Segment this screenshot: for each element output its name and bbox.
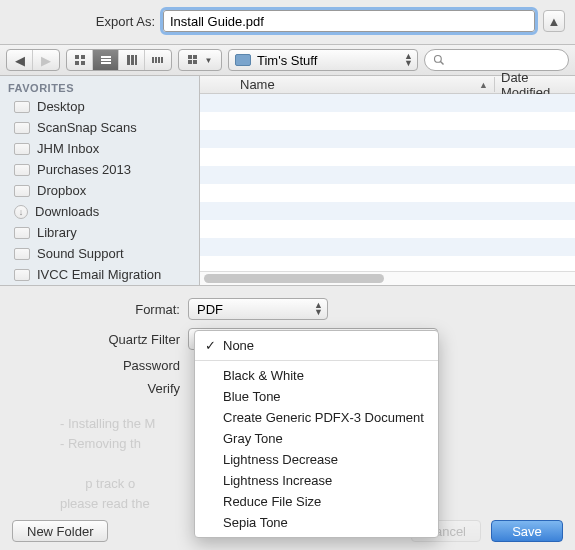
updown-arrows-icon: ▲▼ <box>314 302 323 316</box>
menu-item-none[interactable]: None <box>195 335 438 356</box>
svg-rect-16 <box>188 60 192 64</box>
menu-item-lightdec[interactable]: Lightness Decrease <box>195 449 438 470</box>
format-popup[interactable]: PDF ▲▼ <box>188 298 328 320</box>
menu-item-bw[interactable]: Black & White <box>195 365 438 386</box>
search-field[interactable] <box>424 49 569 71</box>
svg-rect-2 <box>75 61 79 65</box>
svg-rect-15 <box>193 55 197 59</box>
view-icon-grid[interactable] <box>67 50 93 70</box>
quartz-filter-label: Quartz Filter <box>60 332 180 347</box>
menu-item-graytone[interactable]: Gray Tone <box>195 428 438 449</box>
svg-rect-11 <box>155 57 157 63</box>
quartz-filter-menu: None Black & White Blue Tone Create Gene… <box>194 330 439 538</box>
password-label: Password <box>60 358 180 373</box>
svg-point-18 <box>435 56 442 63</box>
svg-rect-1 <box>81 55 85 59</box>
view-columns[interactable] <box>119 50 145 70</box>
horizontal-scrollbar[interactable] <box>200 271 575 285</box>
save-button[interactable]: Save <box>491 520 563 542</box>
folder-icon <box>14 101 30 113</box>
disclosure-toggle[interactable]: ▲ <box>543 10 565 32</box>
triangle-up-icon: ▲ <box>548 14 561 29</box>
svg-rect-4 <box>101 56 111 58</box>
sidebar-item-jhm[interactable]: JHM Inbox <box>0 138 199 159</box>
sort-asc-icon: ▲ <box>479 80 488 90</box>
format-label: Format: <box>60 302 180 317</box>
svg-rect-7 <box>127 55 130 65</box>
verify-label: Verify <box>60 381 180 396</box>
sidebar: FAVORITES Desktop ScanSnap Scans JHM Inb… <box>0 76 200 285</box>
export-as-label: Export As: <box>10 14 155 29</box>
sidebar-item-purchases[interactable]: Purchases 2013 <box>0 159 199 180</box>
folder-icon <box>14 164 30 176</box>
svg-rect-8 <box>131 55 134 65</box>
menu-item-pdfx3[interactable]: Create Generic PDFX-3 Document <box>195 407 438 428</box>
view-switcher <box>66 49 172 71</box>
file-list[interactable] <box>200 94 575 271</box>
download-icon: ↓ <box>14 205 28 219</box>
sidebar-item-downloads[interactable]: ↓Downloads <box>0 201 199 222</box>
folder-icon <box>14 185 30 197</box>
menu-item-sepia[interactable]: Sepia Tone <box>195 512 438 533</box>
export-filename-input[interactable] <box>163 10 535 32</box>
view-coverflow[interactable] <box>145 50 171 70</box>
svg-rect-10 <box>152 57 154 63</box>
forward-button[interactable]: ▶ <box>33 50 59 70</box>
column-name[interactable]: Name▲ <box>200 77 495 92</box>
location-popup[interactable]: Tim's Stuff ▲▼ <box>228 49 418 71</box>
sidebar-item-desktop[interactable]: Desktop <box>0 96 199 117</box>
svg-rect-12 <box>158 57 160 63</box>
svg-rect-0 <box>75 55 79 59</box>
folder-icon <box>14 122 30 134</box>
sidebar-header: FAVORITES <box>0 76 199 96</box>
svg-rect-13 <box>161 57 163 63</box>
folder-icon <box>14 269 30 281</box>
folder-icon <box>14 248 30 260</box>
svg-rect-6 <box>101 62 111 64</box>
folder-icon <box>235 54 251 66</box>
view-list[interactable] <box>93 50 119 70</box>
svg-rect-9 <box>135 55 137 65</box>
sidebar-item-scansnap[interactable]: ScanSnap Scans <box>0 117 199 138</box>
back-button[interactable]: ◀ <box>7 50 33 70</box>
svg-line-19 <box>441 62 444 65</box>
nav-back-forward: ◀ ▶ <box>6 49 60 71</box>
sidebar-item-sound[interactable]: Sound Support <box>0 243 199 264</box>
folder-icon <box>14 143 30 155</box>
location-name: Tim's Stuff <box>257 53 317 68</box>
column-headers: Name▲ Date Modified <box>200 76 575 94</box>
sidebar-item-library[interactable]: Library <box>0 222 199 243</box>
search-icon <box>433 54 445 66</box>
sidebar-item-dropbox[interactable]: Dropbox <box>0 180 199 201</box>
menu-item-lightinc[interactable]: Lightness Increase <box>195 470 438 491</box>
svg-rect-5 <box>101 59 111 61</box>
svg-rect-17 <box>193 60 197 64</box>
arrange-popup[interactable]: ▼ <box>178 49 222 71</box>
svg-rect-14 <box>188 55 192 59</box>
updown-arrows-icon: ▲▼ <box>404 53 413 67</box>
menu-item-reduce[interactable]: Reduce File Size <box>195 491 438 512</box>
scrollbar-thumb[interactable] <box>204 274 384 283</box>
new-folder-button[interactable]: New Folder <box>12 520 108 542</box>
menu-item-bluetone[interactable]: Blue Tone <box>195 386 438 407</box>
folder-icon <box>14 227 30 239</box>
svg-rect-3 <box>81 61 85 65</box>
sidebar-item-ivcc[interactable]: IVCC Email Migration <box>0 264 199 285</box>
